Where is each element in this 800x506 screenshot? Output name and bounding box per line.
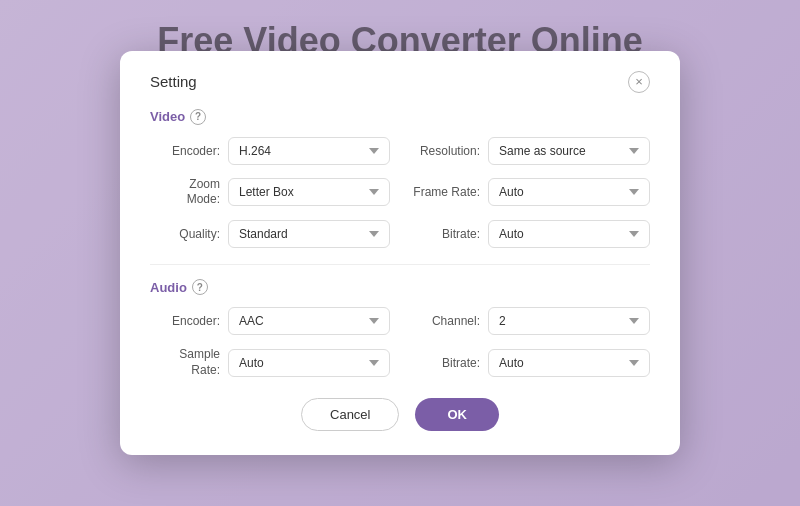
- video-fields-grid: Encoder: H.264 H.265 MPEG-4 VP9 Resoluti…: [150, 137, 650, 248]
- audio-bitrate-row: Bitrate: Auto 128k 192k 256k: [410, 347, 650, 378]
- video-bitrate-label: Bitrate:: [410, 227, 480, 241]
- channel-row: Channel: 2 1 6: [410, 307, 650, 335]
- sample-rate-row: SampleRate: Auto 44100 48000: [150, 347, 390, 378]
- audio-bitrate-select[interactable]: Auto 128k 192k 256k: [488, 349, 650, 377]
- sample-rate-select[interactable]: Auto 44100 48000: [228, 349, 390, 377]
- video-help-icon[interactable]: ?: [190, 109, 206, 125]
- section-divider: [150, 264, 650, 265]
- audio-fields-grid: Encoder: AAC MP3 AC3 OGG Channel: 2 1 6: [150, 307, 650, 378]
- audio-help-icon[interactable]: ?: [192, 279, 208, 295]
- modal-title: Setting: [150, 73, 197, 90]
- resolution-row: Resolution: Same as source 1920×1080 128…: [410, 137, 650, 165]
- frame-rate-select[interactable]: Auto 24 25 30 60: [488, 178, 650, 206]
- video-section-label: Video ?: [150, 109, 650, 125]
- resolution-label: Resolution:: [410, 144, 480, 158]
- video-bitrate-row: Bitrate: Auto 128k 256k 512k: [410, 220, 650, 248]
- ok-button[interactable]: OK: [415, 398, 499, 431]
- zoom-mode-label: ZoomMode:: [150, 177, 220, 208]
- settings-modal: Setting × Video ? Encoder: H.264 H.265 M…: [120, 51, 680, 455]
- video-encoder-select[interactable]: H.264 H.265 MPEG-4 VP9: [228, 137, 390, 165]
- frame-rate-row: Frame Rate: Auto 24 25 30 60: [410, 177, 650, 208]
- channel-label: Channel:: [410, 314, 480, 328]
- audio-encoder-row: Encoder: AAC MP3 AC3 OGG: [150, 307, 390, 335]
- quality-select[interactable]: Standard High Low: [228, 220, 390, 248]
- video-encoder-row: Encoder: H.264 H.265 MPEG-4 VP9: [150, 137, 390, 165]
- frame-rate-label: Frame Rate:: [410, 185, 480, 199]
- modal-footer: Cancel OK: [150, 398, 650, 431]
- zoom-mode-select[interactable]: Letter Box Pan & Scan Full: [228, 178, 390, 206]
- zoom-mode-row: ZoomMode: Letter Box Pan & Scan Full: [150, 177, 390, 208]
- video-bitrate-select[interactable]: Auto 128k 256k 512k: [488, 220, 650, 248]
- channel-select[interactable]: 2 1 6: [488, 307, 650, 335]
- audio-encoder-label: Encoder:: [150, 314, 220, 328]
- quality-row: Quality: Standard High Low: [150, 220, 390, 248]
- audio-section-label: Audio ?: [150, 279, 650, 295]
- quality-label: Quality:: [150, 227, 220, 241]
- modal-backdrop: Setting × Video ? Encoder: H.264 H.265 M…: [0, 0, 800, 506]
- resolution-select[interactable]: Same as source 1920×1080 1280×720 854×48…: [488, 137, 650, 165]
- sample-rate-label: SampleRate:: [150, 347, 220, 378]
- video-encoder-label: Encoder:: [150, 144, 220, 158]
- modal-header: Setting ×: [150, 71, 650, 93]
- audio-bitrate-label: Bitrate:: [410, 356, 480, 370]
- cancel-button[interactable]: Cancel: [301, 398, 399, 431]
- close-button[interactable]: ×: [628, 71, 650, 93]
- audio-encoder-select[interactable]: AAC MP3 AC3 OGG: [228, 307, 390, 335]
